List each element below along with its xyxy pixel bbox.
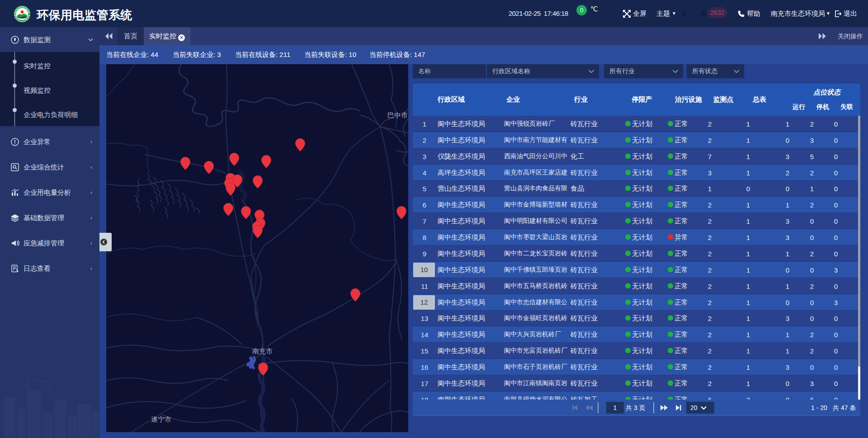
- svg-text:南充市: 南充市: [252, 347, 273, 355]
- svg-text:遂宁市: 遂宁市: [151, 415, 171, 423]
- svg-text:巴中市: 巴中市: [387, 111, 408, 119]
